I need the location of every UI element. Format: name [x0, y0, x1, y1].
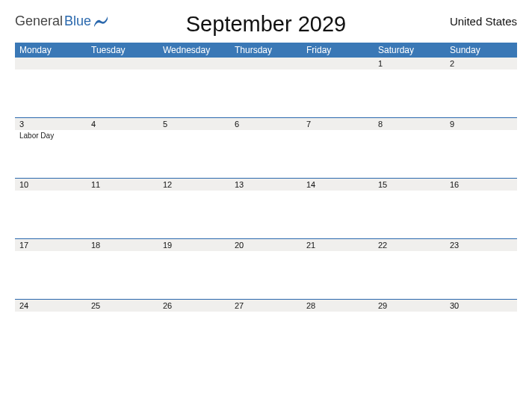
day-cell: 9: [445, 118, 517, 178]
day-cell: 30: [445, 300, 517, 359]
date-number: 1: [374, 58, 445, 69]
day-cell: 18: [87, 239, 158, 299]
day-cell: 25: [87, 300, 158, 359]
day-cell: 3Labor Day: [15, 118, 87, 178]
calendar-title: September 2029: [186, 12, 346, 37]
day-cell: [302, 58, 374, 117]
week-row: 24252627282930: [15, 299, 517, 359]
date-number: 20: [230, 239, 302, 251]
day-cell: [87, 58, 158, 117]
date-number: 7: [302, 118, 374, 130]
date-number: [230, 58, 302, 69]
day-header-sat: Saturday: [374, 45, 445, 55]
date-number: 24: [15, 300, 87, 312]
header: General Blue September 2029 United State…: [15, 13, 517, 29]
date-number: [302, 58, 374, 69]
date-number: 25: [87, 300, 158, 312]
day-header-mon: Monday: [15, 45, 87, 55]
date-number: 28: [302, 300, 374, 312]
day-cell: 19: [158, 239, 230, 299]
day-cell: [230, 58, 302, 117]
date-number: 18: [87, 239, 158, 251]
date-number: 22: [374, 239, 445, 251]
date-number: 13: [230, 179, 302, 191]
day-header-tue: Tuesday: [87, 45, 158, 55]
day-cell: 7: [302, 118, 374, 178]
day-cell: 15: [374, 179, 445, 238]
day-cell: 17: [15, 239, 87, 299]
day-cell: 4: [87, 118, 158, 178]
day-header-wed: Wednesday: [158, 45, 230, 55]
brand-part2: Blue: [64, 13, 91, 29]
date-number: 11: [87, 179, 158, 191]
day-header-thu: Thursday: [230, 45, 302, 55]
date-number: 17: [15, 239, 87, 251]
week-row: 3Labor Day456789: [15, 117, 517, 178]
week-row: 17181920212223: [15, 238, 517, 299]
date-number: 10: [15, 179, 87, 191]
day-cell: 1: [374, 58, 445, 117]
date-number: 26: [158, 300, 230, 312]
date-number: 23: [445, 239, 517, 251]
day-cell: 20: [230, 239, 302, 299]
day-cell: 6: [230, 118, 302, 178]
day-cell: 21: [302, 239, 374, 299]
date-number: 27: [230, 300, 302, 312]
day-cell: [158, 58, 230, 117]
date-number: 3: [15, 118, 87, 130]
date-number: [87, 58, 158, 69]
date-number: 15: [374, 179, 445, 191]
date-number: 29: [374, 300, 445, 312]
day-cell: 8: [374, 118, 445, 178]
date-number: [15, 58, 87, 69]
event-label: Labor Day: [15, 130, 87, 140]
date-number: 19: [158, 239, 230, 251]
day-cell: 22: [374, 239, 445, 299]
day-header-sun: Sunday: [445, 45, 517, 55]
date-number: 21: [302, 239, 374, 251]
day-cell: 16: [445, 179, 517, 238]
day-header-fri: Friday: [302, 45, 374, 55]
date-number: 4: [87, 118, 158, 130]
day-cell: 11: [87, 179, 158, 238]
date-number: 5: [158, 118, 230, 130]
date-number: 8: [374, 118, 445, 130]
date-number: 14: [302, 179, 374, 191]
day-header-row: Monday Tuesday Wednesday Thursday Friday…: [15, 43, 517, 58]
day-cell: 2: [445, 58, 517, 117]
brand-logo: General Blue: [15, 13, 108, 29]
date-number: [158, 58, 230, 69]
day-cell: 10: [15, 179, 87, 238]
day-cell: 27: [230, 300, 302, 359]
swoosh-icon: [94, 16, 108, 27]
date-number: 6: [230, 118, 302, 130]
day-cell: 13: [230, 179, 302, 238]
brand-part1: General: [15, 13, 63, 29]
date-number: 9: [445, 118, 517, 130]
day-cell: 24: [15, 300, 87, 359]
region-label: United States: [450, 15, 517, 28]
day-cell: 23: [445, 239, 517, 299]
date-number: 16: [445, 179, 517, 191]
week-row: 12: [15, 58, 517, 117]
week-row: 10111213141516: [15, 178, 517, 238]
day-cell: 28: [302, 300, 374, 359]
calendar-grid: Monday Tuesday Wednesday Thursday Friday…: [15, 43, 517, 359]
day-cell: 29: [374, 300, 445, 359]
day-cell: 12: [158, 179, 230, 238]
day-cell: [15, 58, 87, 117]
day-cell: 14: [302, 179, 374, 238]
date-number: 12: [158, 179, 230, 191]
day-cell: 26: [158, 300, 230, 359]
date-number: 2: [445, 58, 517, 69]
date-number: 30: [445, 300, 517, 312]
day-cell: 5: [158, 118, 230, 178]
